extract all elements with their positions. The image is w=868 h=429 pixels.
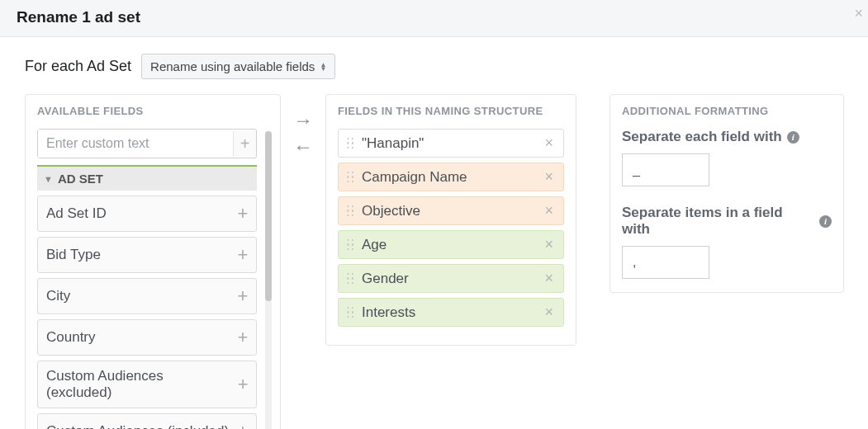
rename-mode-select[interactable]: Rename using available fields ▲▼ [141,54,335,79]
available-field-label: City [46,288,70,304]
separator-items-input[interactable] [622,246,709,279]
naming-structure-panel: FIELDS IN THIS NAMING STRUCTURE ∷∷"Hanap… [325,94,576,346]
rename-mode-value: Rename using available fields [150,59,315,73]
info-icon[interactable]: i [787,131,799,144]
separator-items-label: Separate items in a field with i [622,205,832,238]
close-icon[interactable]: × [854,5,863,22]
available-field-item[interactable]: Bid Type+ [37,237,257,273]
group-header-label: AD SET [58,172,103,186]
available-field-label: Ad Set ID [46,205,107,222]
plus-icon[interactable]: + [231,421,254,429]
structure-item[interactable]: ∷∷Objective× [338,196,564,225]
structure-item[interactable]: ∷∷Gender× [338,264,564,293]
drag-handle-icon[interactable]: ∷∷ [344,308,357,318]
mode-row: For each Ad Set Rename using available f… [25,54,848,79]
available-fields-scroll: + ▼ AD SET Ad Set ID+Bid Type+City+Count… [37,129,257,429]
available-fields-panel: AVAILABLE FIELDS + ▼ AD SET Ad Set ID+Bi… [25,94,281,429]
add-custom-text-button[interactable]: + [233,131,256,156]
available-field-label: Custom Audiences (excluded) [46,368,231,401]
available-field-label: Custom Audiences (included) [46,423,229,429]
available-field-item[interactable]: Custom Audiences (included)+ [37,413,257,429]
dialog-header: Rename 1 ad set × [0,0,868,37]
transfer-arrows: → ← [281,94,325,157]
drag-handle-icon[interactable]: ∷∷ [344,172,357,182]
remove-icon[interactable]: × [539,270,558,287]
plus-icon[interactable]: + [231,327,254,348]
remove-icon[interactable]: × [539,202,558,219]
arrow-left-button[interactable]: ← [293,137,313,157]
structure-item-label: "Hanapin" [362,135,539,152]
structure-item-label: Interests [362,304,539,321]
separator-field-input[interactable] [622,153,709,186]
arrow-right-button[interactable]: → [293,111,313,130]
info-icon[interactable]: i [819,215,832,228]
available-field-label: Country [46,329,96,346]
structure-item[interactable]: ∷∷Interests× [338,298,564,327]
drag-handle-icon[interactable]: ∷∷ [344,240,357,250]
scrollbar-track[interactable] [265,131,272,429]
structure-item[interactable]: ∷∷"Hanapin"× [338,129,564,158]
separator-field-label: Separate each field with i [622,129,832,145]
remove-icon[interactable]: × [539,304,558,321]
available-field-item[interactable]: City+ [37,278,257,314]
additional-formatting-panel: ADDITIONAL FORMATTING Separate each fiel… [609,94,844,293]
structure-item-label: Objective [362,203,539,219]
additional-formatting-title: ADDITIONAL FORMATTING [622,105,832,117]
scrollbar-thumb[interactable] [265,131,272,301]
naming-structure-title: FIELDS IN THIS NAMING STRUCTURE [338,105,564,117]
plus-icon[interactable]: + [231,244,254,266]
drag-handle-icon[interactable]: ∷∷ [344,274,357,284]
available-field-label: Bid Type [46,247,101,263]
available-field-item[interactable]: Ad Set ID+ [37,196,257,232]
available-field-item[interactable]: Country+ [37,319,257,356]
group-header-adset[interactable]: ▼ AD SET [37,165,257,191]
drag-handle-icon[interactable]: ∷∷ [344,139,357,148]
plus-icon[interactable]: + [231,374,254,395]
dialog-title: Rename 1 ad set [17,8,140,26]
chevron-down-icon: ▼ [44,174,53,184]
structure-item-label: Campaign Name [362,169,539,186]
drag-handle-icon[interactable]: ∷∷ [344,206,357,216]
structure-item[interactable]: ∷∷Age× [338,230,564,259]
remove-icon[interactable]: × [539,134,558,152]
structure-item-label: Age [362,237,539,253]
remove-icon[interactable]: × [539,168,558,186]
plus-icon[interactable]: + [231,285,254,307]
custom-text-row: + [37,129,257,158]
mode-row-label: For each Ad Set [25,58,131,75]
available-field-item[interactable]: Custom Audiences (excluded)+ [37,361,257,408]
select-updown-icon: ▲▼ [320,63,326,71]
custom-text-input[interactable] [38,130,233,158]
plus-icon[interactable]: + [231,203,254,224]
structure-item[interactable]: ∷∷Campaign Name× [338,163,564,191]
remove-icon[interactable]: × [539,236,558,253]
structure-item-label: Gender [362,271,539,287]
available-fields-title: AVAILABLE FIELDS [37,105,257,117]
